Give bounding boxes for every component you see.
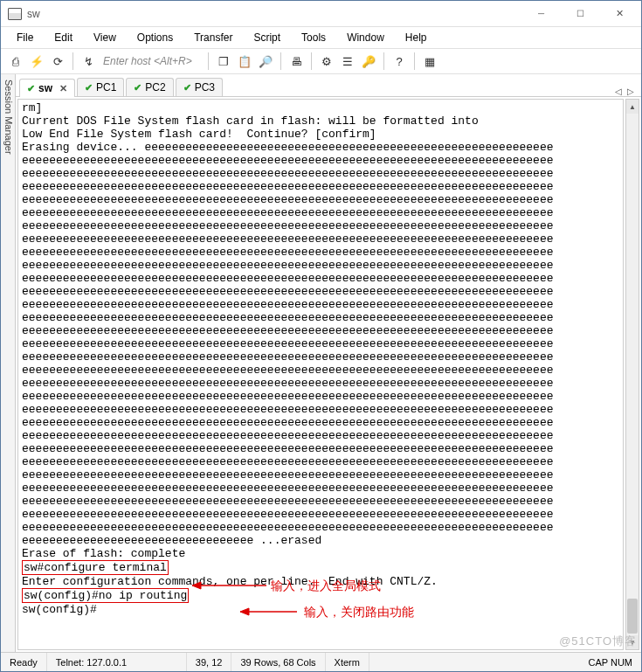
disconnect-icon[interactable]: ↯ [79, 52, 98, 71]
tab-pc1[interactable]: ✔ PC1 [77, 78, 124, 96]
tab-pc2[interactable]: ✔ PC2 [126, 78, 173, 96]
body-row: Session Manager ✔ sw ✕ ✔ PC1 ✔ PC2 ✔ [1, 74, 641, 652]
find-icon[interactable]: 🔎 [256, 52, 275, 71]
status-bar: Ready Telnet: 127.0.0.1 39, 12 39 Rows, … [1, 652, 641, 671]
tab-label: sw [38, 82, 52, 94]
status-caps: CAP NUM [369, 653, 641, 671]
terminal-wrap: rm] Current DOS File System flash card i… [16, 97, 641, 652]
check-icon: ✔ [183, 82, 191, 94]
close-button[interactable] [600, 1, 639, 26]
scroll-up-icon[interactable]: ▲ [626, 100, 639, 114]
check-icon: ✔ [27, 83, 35, 94]
toggle-icon[interactable]: ▦ [420, 52, 439, 71]
minimize-button[interactable] [521, 1, 561, 26]
paste-icon[interactable]: 📋 [235, 52, 254, 71]
status-size: 39 Rows, 68 Cols [231, 653, 325, 671]
tab-prev-button[interactable]: ◁ [615, 87, 622, 96]
app-window: sw File Edit View Options Transfer Scrip… [0, 0, 642, 672]
status-term: Xterm [326, 653, 369, 671]
tab-next-button[interactable]: ▷ [627, 87, 634, 96]
tab-label: PC1 [96, 81, 116, 94]
menu-tools[interactable]: Tools [293, 30, 335, 45]
tab-pc3[interactable]: ✔ PC3 [176, 78, 223, 96]
menu-view[interactable]: View [85, 30, 125, 45]
menu-transfer[interactable]: Transfer [185, 30, 241, 45]
menu-options[interactable]: Options [128, 30, 182, 45]
tab-bar: ✔ sw ✕ ✔ PC1 ✔ PC2 ✔ PC3 ◁ ▷ [16, 74, 641, 97]
print-icon[interactable]: 🖶 [286, 52, 306, 71]
reconnect-icon[interactable]: ⟳ [48, 52, 67, 71]
maximize-button[interactable] [561, 1, 600, 26]
status-cursor: 39, 12 [187, 653, 232, 671]
menu-help[interactable]: Help [397, 30, 436, 45]
watermark: @51CTO博客 [559, 634, 637, 649]
toolbar: ⎙ ⚡ ⟳ ↯ Enter host <Alt+R> ❐ 📋 🔎 🖶 ⚙ ☰ 🔑… [1, 48, 641, 74]
tab-label: PC3 [195, 81, 215, 94]
menu-window[interactable]: Window [338, 30, 393, 45]
tab-close-icon[interactable]: ✕ [59, 83, 67, 94]
tab-label: PC2 [145, 81, 165, 94]
copy-icon[interactable]: ❐ [214, 52, 233, 71]
check-icon: ✔ [85, 82, 93, 94]
menu-bar: File Edit View Options Transfer Script T… [1, 27, 641, 48]
connect-icon[interactable]: ⎙ [6, 52, 25, 71]
scroll-thumb[interactable] [627, 599, 638, 634]
quick-connect-icon[interactable]: ⚡ [27, 52, 46, 71]
tab-sw[interactable]: ✔ sw ✕ [19, 79, 75, 97]
check-icon: ✔ [134, 82, 142, 94]
session-options-icon[interactable]: ☰ [338, 52, 357, 71]
keymap-icon[interactable]: 🔑 [359, 52, 378, 71]
scrollbar[interactable]: ▲ ▼ [625, 99, 639, 650]
menu-edit[interactable]: Edit [45, 30, 81, 45]
options-icon[interactable]: ⚙ [317, 52, 336, 71]
main-column: ✔ sw ✕ ✔ PC1 ✔ PC2 ✔ PC3 ◁ ▷ [16, 74, 641, 652]
menu-file[interactable]: File [8, 30, 42, 45]
status-ready: Ready [1, 653, 47, 671]
terminal[interactable]: rm] Current DOS File System flash card i… [17, 99, 624, 650]
app-icon [8, 8, 22, 20]
window-title: sw [27, 8, 40, 20]
scroll-track[interactable] [626, 114, 639, 635]
session-manager-panel[interactable]: Session Manager [1, 74, 16, 652]
title-bar[interactable]: sw [1, 1, 641, 27]
menu-script[interactable]: Script [245, 30, 289, 45]
host-input[interactable]: Enter host <Alt+R> [103, 55, 199, 67]
help-icon[interactable]: ? [390, 52, 409, 71]
status-connection: Telnet: 127.0.0.1 [47, 653, 187, 671]
